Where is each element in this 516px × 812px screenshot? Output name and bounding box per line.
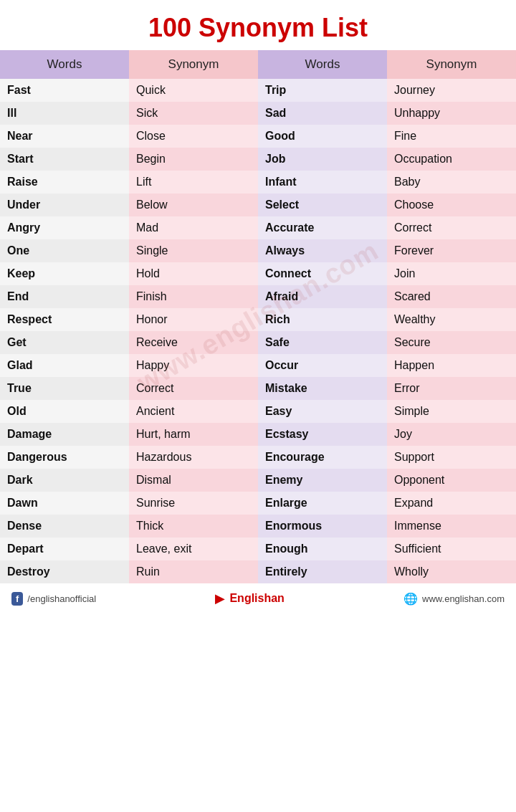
word-1: True bbox=[0, 377, 129, 400]
synonym-1: Ruin bbox=[129, 560, 258, 583]
synonym-1: Honor bbox=[129, 308, 258, 331]
synonym-2: Scared bbox=[387, 285, 516, 308]
word-2: Ecstasy bbox=[258, 423, 387, 446]
synonym-1: Single bbox=[129, 239, 258, 262]
word-2: Enemy bbox=[258, 469, 387, 492]
synonym-2: Baby bbox=[387, 171, 516, 194]
table-row: DamageHurt, harmEcstasyJoy bbox=[0, 423, 516, 446]
word-1: Glad bbox=[0, 354, 129, 377]
word-1: Get bbox=[0, 331, 129, 354]
synonym-2: Opponent bbox=[387, 469, 516, 492]
synonym-1: Lift bbox=[129, 171, 258, 194]
synonym-2: Expand bbox=[387, 492, 516, 515]
word-1: Dark bbox=[0, 469, 129, 492]
word-2: Accurate bbox=[258, 216, 387, 239]
synonym-2: Immense bbox=[387, 515, 516, 538]
word-1: Respect bbox=[0, 308, 129, 331]
synonym-1: Hold bbox=[129, 262, 258, 285]
word-1: Depart bbox=[0, 538, 129, 560]
word-2: Select bbox=[258, 194, 387, 216]
word-2: Sad bbox=[258, 102, 387, 125]
synonym-2: Unhappy bbox=[387, 102, 516, 125]
synonym-1: Sunrise bbox=[129, 492, 258, 515]
col-header-words-1: Words bbox=[0, 50, 129, 79]
table-row: RespectHonorRichWealthy bbox=[0, 308, 516, 331]
word-2: Encourage bbox=[258, 446, 387, 469]
facebook-icon: f bbox=[11, 592, 23, 606]
footer-facebook: f /englishanofficial bbox=[11, 592, 96, 606]
synonym-2: Fine bbox=[387, 125, 516, 148]
table-row: IllSickSadUnhappy bbox=[0, 102, 516, 125]
table-row: FastQuickTripJourney bbox=[0, 79, 516, 102]
word-2: Enormous bbox=[258, 515, 387, 538]
word-1: Start bbox=[0, 148, 129, 171]
word-1: End bbox=[0, 285, 129, 308]
synonym-1: Close bbox=[129, 125, 258, 148]
word-1: Destroy bbox=[0, 560, 129, 583]
synonym-2: Happen bbox=[387, 354, 516, 377]
word-2: Mistake bbox=[258, 377, 387, 400]
word-2: Job bbox=[258, 148, 387, 171]
brand-name: Englishan bbox=[229, 592, 284, 605]
synonym-1: Dismal bbox=[129, 469, 258, 492]
table-row: DarkDismalEnemyOpponent bbox=[0, 469, 516, 492]
footer-website: 🌐 www.englishan.com bbox=[403, 592, 505, 606]
synonym-2: Choose bbox=[387, 194, 516, 216]
word-2: Occur bbox=[258, 354, 387, 377]
table-row: UnderBelowSelectChoose bbox=[0, 194, 516, 216]
word-2: Infant bbox=[258, 171, 387, 194]
col-header-synonym-2: Synonym bbox=[387, 50, 516, 79]
table-row: KeepHoldConnectJoin bbox=[0, 262, 516, 285]
brand-icon: ▶ bbox=[215, 591, 225, 606]
word-1: Fast bbox=[0, 79, 129, 102]
synonym-1: Begin bbox=[129, 148, 258, 171]
word-2: Safe bbox=[258, 331, 387, 354]
col-header-synonym-1: Synonym bbox=[129, 50, 258, 79]
synonym-2: Forever bbox=[387, 239, 516, 262]
word-1: Dangerous bbox=[0, 446, 129, 469]
synonym-1: Hazardous bbox=[129, 446, 258, 469]
synonym-2: Correct bbox=[387, 216, 516, 239]
table-row: TrueCorrectMistakeError bbox=[0, 377, 516, 400]
synonym-1: Sick bbox=[129, 102, 258, 125]
synonym-1: Quick bbox=[129, 79, 258, 102]
word-1: Raise bbox=[0, 171, 129, 194]
table-row: DawnSunriseEnlargeExpand bbox=[0, 492, 516, 515]
table-row: DenseThickEnormousImmense bbox=[0, 515, 516, 538]
synonym-1: Below bbox=[129, 194, 258, 216]
word-1: One bbox=[0, 239, 129, 262]
synonym-2: Wealthy bbox=[387, 308, 516, 331]
word-1: Dawn bbox=[0, 492, 129, 515]
synonym-1: Thick bbox=[129, 515, 258, 538]
word-1: Ill bbox=[0, 102, 129, 125]
table-row: GetReceiveSafeSecure bbox=[0, 331, 516, 354]
table-row: OneSingleAlwaysForever bbox=[0, 239, 516, 262]
synonym-1: Ancient bbox=[129, 400, 258, 423]
footer-brand: ▶ Englishan bbox=[215, 591, 284, 606]
word-2: Entirely bbox=[258, 560, 387, 583]
synonym-1: Leave, exit bbox=[129, 538, 258, 560]
facebook-label: /englishanofficial bbox=[27, 593, 96, 604]
synonym-2: Occupation bbox=[387, 148, 516, 171]
table-row: StartBeginJobOccupation bbox=[0, 148, 516, 171]
table-row: DestroyRuinEntirelyWholly bbox=[0, 560, 516, 583]
word-1: Near bbox=[0, 125, 129, 148]
word-2: Rich bbox=[258, 308, 387, 331]
synonym-2: Simple bbox=[387, 400, 516, 423]
word-1: Old bbox=[0, 400, 129, 423]
word-1: Dense bbox=[0, 515, 129, 538]
word-2: Always bbox=[258, 239, 387, 262]
table-row: OldAncientEasySimple bbox=[0, 400, 516, 423]
globe-icon: 🌐 bbox=[403, 592, 418, 606]
table-row: GladHappyOccurHappen bbox=[0, 354, 516, 377]
synonym-2: Error bbox=[387, 377, 516, 400]
table-row: DepartLeave, exitEnoughSufficient bbox=[0, 538, 516, 560]
table-row: AngryMadAccurateCorrect bbox=[0, 216, 516, 239]
synonym-2: Journey bbox=[387, 79, 516, 102]
col-header-words-2: Words bbox=[258, 50, 387, 79]
synonym-1: Happy bbox=[129, 354, 258, 377]
word-2: Enlarge bbox=[258, 492, 387, 515]
table-row: RaiseLiftInfantBaby bbox=[0, 171, 516, 194]
word-2: Enough bbox=[258, 538, 387, 560]
page-title: 100 Synonym List bbox=[0, 0, 516, 50]
